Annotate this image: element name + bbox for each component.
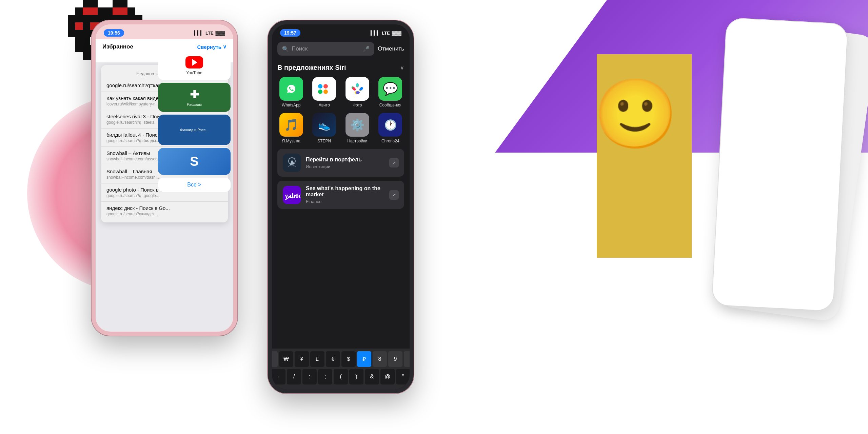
blue-fav-card[interactable]: Финнид и Росс... bbox=[158, 115, 231, 145]
yamusic-label: Я.Музыка bbox=[282, 139, 300, 143]
left-phone-screen: 19:56 ▎▎▎ LTE ▓▓▓ Избранное Свернуть ∨ bbox=[96, 24, 233, 332]
suggestion-yahoo[interactable]: yahoo! See what's happening on the marke… bbox=[277, 181, 404, 209]
youtube-play-triangle bbox=[192, 59, 197, 66]
messages-icon: 💬 bbox=[378, 77, 402, 101]
settings-label: Настройки bbox=[347, 139, 367, 143]
all-btn[interactable]: Все > bbox=[158, 178, 231, 192]
key-dollar[interactable]: $ bbox=[341, 351, 356, 367]
app-item-stepn[interactable]: 👟 STEPN bbox=[311, 113, 338, 143]
all-btn-label: Все > bbox=[187, 182, 201, 188]
key-0[interactable]: 0 bbox=[404, 351, 410, 367]
investments-arrow[interactable]: ↗ bbox=[389, 158, 399, 167]
yahoo-text: See what's happening on the market Finan… bbox=[306, 185, 384, 204]
whatsapp-label: WhatsApp bbox=[282, 103, 300, 107]
search-icon: 🔍 bbox=[282, 46, 289, 52]
yahoo-title: See what's happening on the market bbox=[306, 185, 384, 198]
yahoo-subtitle: Finance bbox=[306, 199, 384, 204]
whatsapp-icon bbox=[279, 77, 303, 101]
favorites-side-panel: YouTube ✚ Расходы Финнид и Росс... S bbox=[155, 52, 233, 192]
left-status-right: ▎▎▎ LTE ▓▓▓ bbox=[194, 31, 225, 36]
yamusic-icon: 🎵 bbox=[279, 113, 303, 137]
s-fav-card[interactable]: S bbox=[158, 148, 231, 175]
green-fav-card[interactable]: ✚ Расходы bbox=[158, 83, 231, 112]
key-at[interactable]: @ bbox=[380, 369, 395, 384]
key-minus[interactable]: - bbox=[272, 369, 285, 384]
key-semicolon[interactable]: ; bbox=[318, 369, 332, 384]
key-w[interactable]: ₩ bbox=[279, 351, 293, 367]
suggestion-investments[interactable]: Перейти в портфель Инвестиции ↗ bbox=[277, 149, 404, 177]
left-signal: ▎▎▎ bbox=[194, 31, 203, 36]
key-1[interactable]: 1 bbox=[272, 351, 278, 367]
chevron-down-icon[interactable]: ∨ bbox=[400, 64, 404, 71]
key-pound[interactable]: £ bbox=[310, 351, 324, 367]
left-notch bbox=[147, 24, 181, 34]
app-item-whatsapp[interactable]: WhatsApp bbox=[277, 77, 305, 107]
siri-title: В предложениях Siri bbox=[277, 64, 346, 72]
svg-point-6 bbox=[356, 83, 359, 87]
youtube-fav-icon bbox=[185, 56, 203, 68]
app-item-avito[interactable]: Авито bbox=[311, 77, 338, 107]
keyboard: 1 ₩ ¥ £ € $ ₽ 8 9 0 - / : ; ( bbox=[272, 349, 410, 389]
cancel-button[interactable]: Отменить bbox=[378, 45, 404, 52]
key-ruble[interactable]: ₽ bbox=[357, 351, 371, 367]
left-battery: ▓▓▓ bbox=[216, 31, 225, 36]
tab-url-6: google.ru/search?q=google... bbox=[106, 193, 222, 198]
investments-text: Перейти в портфель Инвестиции bbox=[306, 157, 384, 169]
yahoo-icon: yahoo! bbox=[283, 186, 301, 204]
right-battery: ▓▓▓ bbox=[392, 31, 401, 36]
key-open-paren[interactable]: ( bbox=[334, 369, 348, 384]
app-item-chrono24[interactable]: 🕐 Chrono24 bbox=[377, 113, 405, 143]
key-8[interactable]: 8 bbox=[373, 351, 387, 367]
chrono-clock-icon: 🕐 bbox=[384, 119, 397, 131]
right-network: LTE bbox=[382, 31, 390, 36]
chrono24-label: Chrono24 bbox=[381, 139, 399, 143]
emoji-face: 🙂 bbox=[593, 75, 678, 154]
avito-dot-4 bbox=[323, 90, 328, 94]
tab-item-7[interactable]: яндекс диск - Поиск в Go... google.ru/se… bbox=[101, 202, 228, 220]
key-euro[interactable]: € bbox=[326, 351, 340, 367]
phone-right: 19:57 ▎▎▎ LTE ▓▓▓ 🔍 Поиск 🎤 Отменить bbox=[268, 20, 414, 393]
keyboard-row-2: - / : ; ( ) & @ " bbox=[273, 369, 408, 384]
app-item-yamusic[interactable]: 🎵 Я.Музыка bbox=[277, 113, 305, 143]
stepn-shoe-icon: 👟 bbox=[318, 119, 331, 131]
background: 🙂 19:56 ▎▎▎ LTE ▓▓▓ Избранное Свернуть bbox=[0, 0, 868, 434]
key-slash[interactable]: / bbox=[287, 369, 301, 384]
key-quote[interactable]: " bbox=[396, 369, 410, 384]
left-status-bar: 19:56 ▎▎▎ LTE ▓▓▓ bbox=[96, 24, 233, 39]
siri-header: В предложениях Siri ∨ bbox=[277, 64, 404, 72]
siri-section: В предложениях Siri ∨ WhatsApp bbox=[272, 58, 410, 216]
avito-dots bbox=[318, 84, 331, 94]
app-item-settings[interactable]: ⚙️ Настройки bbox=[343, 113, 371, 143]
messages-bubble-icon: 💬 bbox=[383, 82, 398, 96]
collapse-button[interactable]: Свернуть ∨ bbox=[197, 44, 226, 50]
mic-icon[interactable]: 🎤 bbox=[363, 46, 370, 52]
key-9[interactable]: 9 bbox=[388, 351, 402, 367]
svg-point-8 bbox=[356, 91, 360, 94]
key-close-paren[interactable]: ) bbox=[349, 369, 363, 384]
avito-dot-1 bbox=[318, 84, 322, 88]
tab-url-7: google.ru/search?q=яндек... bbox=[106, 212, 222, 216]
left-network: LTE bbox=[205, 31, 214, 36]
phone-left: 19:56 ▎▎▎ LTE ▓▓▓ Избранное Свернуть ∨ bbox=[92, 20, 237, 336]
youtube-fav-label: YouTube bbox=[186, 71, 202, 75]
app-item-photos[interactable]: Фото bbox=[343, 77, 371, 107]
keyboard-row-1: 1 ₩ ¥ £ € $ ₽ 8 9 0 bbox=[273, 351, 408, 367]
search-input-box[interactable]: 🔍 Поиск 🎤 bbox=[277, 42, 374, 56]
apps-grid: WhatsApp Авито bbox=[277, 77, 404, 143]
messages-label: Сообщения bbox=[379, 103, 401, 107]
avito-icon bbox=[312, 77, 336, 101]
right-time: 19:57 bbox=[280, 29, 300, 37]
key-colon[interactable]: : bbox=[302, 369, 317, 384]
key-ampersand[interactable]: & bbox=[365, 369, 379, 384]
yahoo-arrow[interactable]: ↗ bbox=[389, 190, 399, 200]
расходы-label: Расходы bbox=[187, 102, 202, 106]
tab-title-7: яндекс диск - Поиск в Go... bbox=[106, 205, 222, 211]
left-time: 19:56 bbox=[104, 29, 124, 37]
right-notch bbox=[320, 24, 361, 35]
key-yen[interactable]: ¥ bbox=[295, 351, 309, 367]
youtube-fav-card[interactable]: YouTube bbox=[158, 52, 231, 80]
favorites-title: Избранное bbox=[102, 43, 133, 50]
avito-dot-3 bbox=[318, 90, 322, 94]
right-phone-screen: 19:57 ▎▎▎ LTE ▓▓▓ 🔍 Поиск 🎤 Отменить bbox=[272, 24, 410, 389]
app-item-messages[interactable]: 💬 Сообщения bbox=[377, 77, 405, 107]
